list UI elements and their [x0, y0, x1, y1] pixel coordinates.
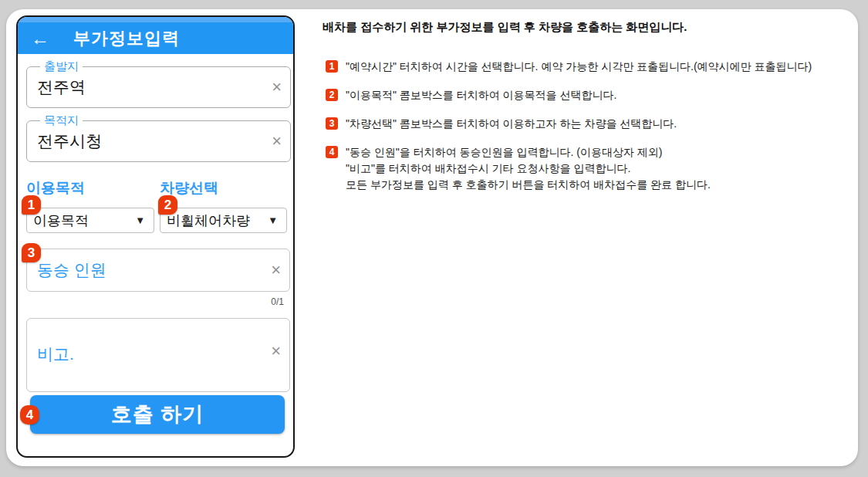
- purpose-selected-value: 이용목적: [33, 211, 89, 230]
- guide-item-2-text: "이용목적" 콤보박스를 터치하여 이용목적을 선택합니다.: [346, 87, 616, 103]
- departure-label: 출발지: [40, 59, 83, 74]
- destination-field[interactable]: 목적지 전주시청 ×: [26, 120, 291, 162]
- chevron-down-icon: ▼: [135, 215, 145, 226]
- status-bar: [18, 17, 293, 22]
- step-marker-3: 3: [22, 243, 41, 262]
- departure-field[interactable]: 출발지 전주역 ×: [26, 66, 291, 108]
- clear-icon[interactable]: ×: [271, 343, 281, 360]
- guide-item-1-text: "예약시간" 터치하여 시간을 선택합니다. 예약 가능한 시각만 표출됩니다.…: [346, 59, 812, 75]
- guide-item-1: 1 "예약시간" 터치하여 시간을 선택합니다. 예약 가능한 시각만 표출됩니…: [326, 59, 812, 75]
- chevron-down-icon: ▼: [268, 215, 278, 226]
- clear-icon[interactable]: ×: [272, 79, 282, 96]
- clear-icon[interactable]: ×: [272, 133, 282, 150]
- step-marker-1: 1: [22, 195, 41, 215]
- companions-placeholder: 동승 인원: [37, 259, 106, 281]
- phone-mockup: ← 부가정보입력 출발지 전주역 × 목적지 전주시청 × 이용목적 차량선택 …: [16, 15, 295, 458]
- back-arrow-icon[interactable]: ←: [31, 29, 49, 48]
- guide-badge-2: 2: [326, 89, 338, 101]
- guide-item-4-line-2: "비고"를 터치하여 배차접수시 기타 요청사항을 입력합니다.: [346, 161, 711, 177]
- guide-item-3-text: "차량선택" 콤보박스를 터치하여 이용하고자 하는 차량을 선택합니다.: [346, 116, 677, 132]
- companions-input[interactable]: 동승 인원 ×: [26, 249, 290, 292]
- guide-badge-1: 1: [326, 60, 338, 73]
- guide-item-4-line-1: "동승 인원"을 터치하여 동승인원을 입력합니다. (이용대상자 제외): [346, 144, 711, 161]
- remarks-input[interactable]: 비고. ×: [26, 318, 290, 392]
- char-counter: 0/1: [271, 296, 284, 307]
- step-marker-4: 4: [20, 405, 39, 425]
- vehicle-combobox[interactable]: 비휠체어차량 ▼: [160, 208, 287, 233]
- destination-value: 전주시청: [37, 130, 102, 152]
- guide-item-4: 4 "동승 인원"을 터치하여 동승인원을 입력합니다. (이용대상자 제외) …: [326, 144, 711, 193]
- guide-item-2: 2 "이용목적" 콤보박스를 터치하여 이용목적을 선택합니다.: [326, 87, 616, 103]
- vehicle-selected-value: 비휠체어차량: [167, 211, 250, 230]
- guide-badge-3: 3: [326, 117, 338, 130]
- page-title: 부가정보입력: [73, 27, 180, 50]
- guide-badge-4: 4: [326, 146, 338, 158]
- call-button[interactable]: 호출 하기: [30, 395, 285, 434]
- guide-item-4-line-3: 모든 부가정보를 입력 후 호출하기 버튼을 터치하여 배차접수를 완료 합니다…: [346, 177, 711, 193]
- guide-item-3: 3 "차량선택" 콤보박스를 터치하여 이용하고자 하는 차량을 선택합니다.: [326, 116, 677, 132]
- guide-intro: 배차를 접수하기 위한 부가정보를 입력 후 차량을 호출하는 화면입니다.: [323, 20, 687, 35]
- clear-icon[interactable]: ×: [271, 262, 281, 279]
- step-marker-2: 2: [158, 195, 177, 215]
- destination-label: 목적지: [40, 113, 83, 128]
- remarks-placeholder: 비고.: [37, 343, 74, 365]
- departure-value: 전주역: [37, 76, 86, 98]
- purpose-combobox[interactable]: 이용목적 ▼: [26, 208, 154, 233]
- app-bar: ← 부가정보입력: [18, 22, 293, 54]
